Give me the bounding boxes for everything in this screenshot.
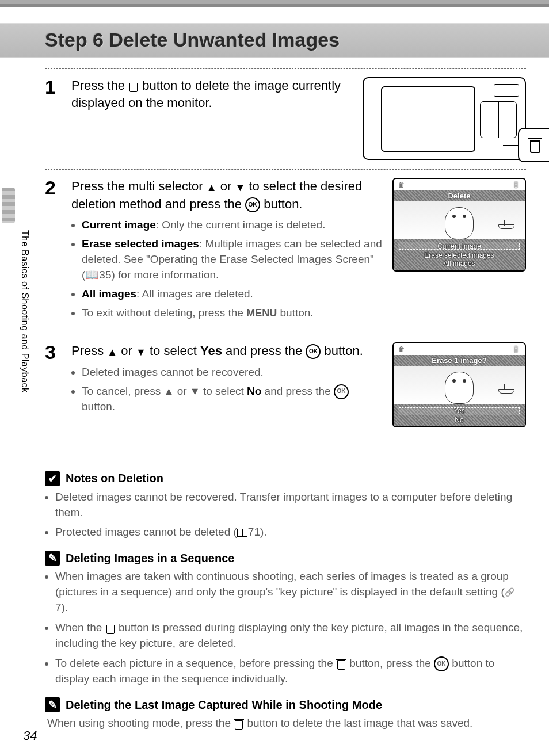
trash-icon [128, 81, 139, 92]
up-arrow-icon [164, 384, 174, 399]
step-1-text: Press the button to delete the image cur… [71, 77, 354, 111]
menu-option: Yes [398, 407, 520, 415]
list-item: All images: All images are deleted. [82, 287, 384, 302]
trash-icon [398, 345, 405, 353]
list-item: To cancel, press or to select No and pre… [82, 384, 384, 415]
page-title: Step 6 Delete Unwanted Images [45, 29, 549, 51]
step-3-number: 3 [45, 342, 62, 427]
menu-option: Erase selected images [394, 251, 525, 259]
side-index-tab [2, 188, 15, 223]
ok-button-icon [245, 197, 260, 212]
step-2-bullets: Current image: Only the current image is… [71, 217, 384, 321]
step-2-number: 2 [45, 178, 62, 324]
up-arrow-icon [207, 178, 217, 196]
checkmark-icon [45, 471, 60, 486]
menu-option: No [394, 416, 525, 424]
step-3-bullets: Deleted images cannot be recovered. To c… [71, 365, 384, 415]
list-item: Deleted images cannot be recovered. [82, 365, 384, 380]
page-number: 34 [23, 728, 37, 743]
step-2-text: Press the multi selector or to select th… [71, 178, 384, 213]
camera-illustration [363, 77, 526, 160]
delete-menu-screen: Delete Current image Erase selected imag… [392, 178, 526, 324]
trash-icon [398, 181, 405, 189]
list-item: Current image: Only the current image is… [82, 217, 384, 233]
photo-preview [394, 201, 525, 239]
menu-option: All images [394, 259, 525, 268]
list-item: To exit without deleting, press the MENU… [82, 306, 384, 321]
ok-button-icon [434, 656, 449, 671]
section-side-label: The Basics of Shooting and Playback [20, 230, 30, 393]
down-arrow-icon [235, 178, 245, 196]
list-item: Erase selected images: Multiple images c… [82, 236, 384, 283]
step-3: 3 Press or to select Yes and press the b… [45, 334, 526, 437]
note-body: When using shooting mode, press the butt… [47, 716, 526, 731]
step-1: 1 Press the button to delete the image c… [45, 68, 526, 170]
page-header-band: Step 6 Delete Unwanted Images [0, 23, 549, 58]
note-title: Deleting Images in a Sequence [66, 552, 234, 565]
menu-option: Current image [398, 242, 520, 250]
battery-icon [512, 181, 520, 189]
note-last-image: Deleting the Last Image Captured While i… [45, 697, 526, 731]
step-3-text: Press or to select Yes and press the but… [71, 342, 384, 360]
note-sequence: Deleting Images in a Sequence When image… [45, 551, 526, 687]
menu-button-icon: MENU [246, 307, 277, 319]
up-arrow-icon [107, 343, 117, 360]
list-item: When the button is pressed during displa… [55, 620, 526, 651]
trash-icon [234, 718, 244, 730]
confirm-screen: Erase 1 image? Yes No [392, 342, 526, 427]
screen-title: Delete [394, 190, 525, 201]
trash-button-callout [518, 128, 549, 162]
note-title: Deleting the Last Image Captured While i… [66, 698, 382, 712]
step-2: 2 Press the multi selector or to select … [45, 170, 526, 334]
list-item: When images are taken with continuous sh… [55, 569, 526, 616]
down-arrow-icon [190, 384, 200, 399]
list-item: Deleted images cannot be recovered. Tran… [55, 490, 526, 521]
down-arrow-icon [136, 343, 146, 360]
trash-icon [528, 137, 542, 153]
camera-body [363, 77, 526, 160]
trash-icon [336, 658, 346, 670]
step-1-number: 1 [45, 77, 62, 160]
pencil-icon [45, 697, 60, 712]
photo-preview [394, 366, 525, 404]
main-content: 1 Press the button to delete the image c… [45, 68, 526, 437]
pencil-icon [45, 551, 60, 566]
ok-button-icon [306, 344, 321, 359]
ok-button-icon [334, 384, 349, 399]
note-title: Notes on Deletion [66, 472, 163, 485]
trash-icon [105, 623, 116, 634]
notes-section: Notes on Deletion Deleted images cannot … [45, 471, 526, 732]
note-deletion: Notes on Deletion Deleted images cannot … [45, 471, 526, 541]
list-item: To delete each picture in a sequence, be… [55, 656, 526, 687]
link-ref-icon [505, 587, 514, 598]
screen-title: Erase 1 image? [394, 355, 525, 366]
battery-icon [512, 345, 520, 353]
scan-top-edge [0, 0, 549, 7]
book-ref-icon [237, 529, 247, 537]
list-item: Protected images cannot be deleted (71). [55, 525, 526, 540]
